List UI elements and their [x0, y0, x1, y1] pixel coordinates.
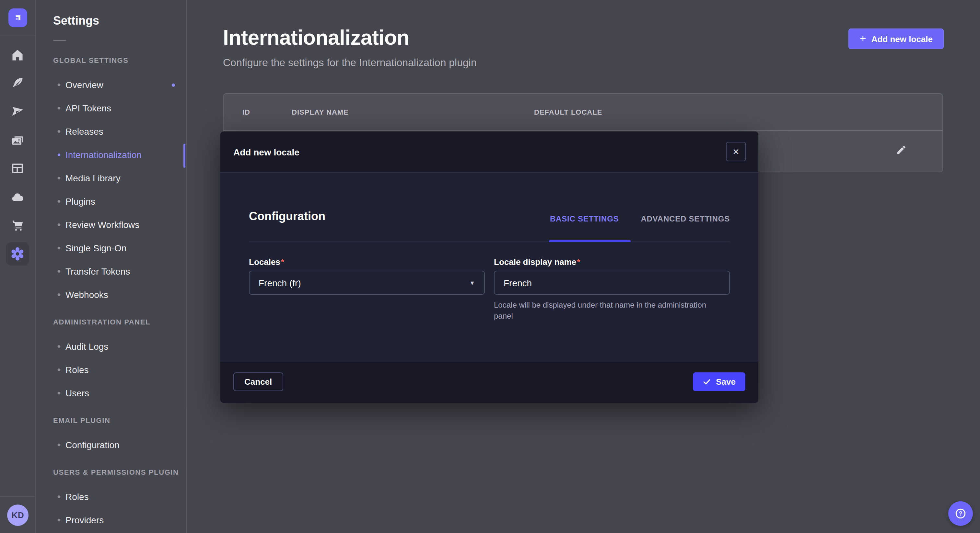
sidebar-item-label: Internationalization [65, 150, 142, 160]
nav-section-global-settings: GLOBAL SETTINGS [36, 55, 186, 65]
strapi-logo-icon[interactable] [8, 8, 27, 27]
add-new-locale-label: Add new locale [872, 34, 933, 44]
sidebar-item-label: Audit Logs [65, 341, 108, 352]
page-subtitle: Configure the settings for the Internati… [223, 57, 477, 69]
layout-icon[interactable] [6, 157, 29, 180]
column-header-id: ID [242, 108, 250, 116]
required-asterisk: * [281, 257, 284, 267]
locales-select-value: French (fr) [259, 278, 301, 288]
sidebar-item-releases[interactable]: Releases [36, 120, 186, 143]
sidebar-item-api-tokens[interactable]: API Tokens [36, 97, 186, 120]
sidebar-item-up-providers[interactable]: Providers [36, 508, 186, 532]
sidebar-item-review-workflows[interactable]: Review Workflows [36, 213, 186, 236]
bullet-icon [58, 345, 60, 348]
sidebar-item-transfer-tokens[interactable]: Transfer Tokens [36, 260, 186, 283]
save-button[interactable]: Save [692, 373, 745, 391]
rail-divider [0, 496, 36, 497]
chevron-down-icon: ▼ [469, 279, 475, 286]
bullet-icon [58, 519, 60, 521]
bullet-icon [58, 224, 60, 226]
sidebar-item-label: Providers [65, 515, 104, 525]
sidebar-item-overview[interactable]: Overview [36, 73, 186, 97]
subnav-title-rule [53, 40, 66, 41]
sidebar-item-label: Webhooks [65, 289, 108, 300]
bullet-icon [58, 270, 60, 273]
modal-footer: Cancel Save [220, 361, 758, 403]
sidebar-item-single-sign-on[interactable]: Single Sign-On [36, 236, 186, 260]
display-name-hint: Locale will be displayed under that name… [494, 300, 721, 322]
active-tab-underline [549, 240, 631, 242]
add-new-locale-button[interactable]: + Add new locale [849, 29, 944, 49]
subnav-scrollbar-thumb[interactable] [183, 144, 185, 168]
marketplace-cart-icon[interactable] [6, 214, 29, 237]
subnav-list: GLOBAL SETTINGS Overview API Tokens Rele… [36, 55, 186, 532]
nav-section-users-permissions-plugin: USERS & PERMISSIONS PLUGIN [36, 467, 186, 477]
sidebar-item-webhooks[interactable]: Webhooks [36, 283, 186, 306]
bullet-icon [58, 130, 60, 133]
column-header-default-locale: DEFAULT LOCALE [534, 108, 602, 116]
sidebar-item-label: Media Library [65, 173, 121, 183]
app-screen: KD Settings GLOBAL SETTINGS Overview API… [0, 0, 980, 533]
required-asterisk: * [577, 257, 580, 267]
bullet-icon [58, 107, 60, 109]
sidebar-item-admin-roles[interactable]: Roles [36, 358, 186, 381]
media-library-icon[interactable] [6, 129, 29, 152]
nav-section-administration-panel: ADMINISTRATION PANEL [36, 317, 186, 327]
bullet-icon [58, 154, 60, 156]
modal-header: Add new locale ✕ [220, 132, 758, 173]
tab-advanced-settings[interactable]: ADVANCED SETTINGS [641, 214, 730, 224]
pencil-icon [896, 144, 907, 155]
settings-gear-icon[interactable] [6, 242, 29, 265]
sidebar-item-label: Releases [65, 126, 103, 136]
bullet-icon [58, 84, 60, 86]
check-icon [702, 378, 711, 386]
bullet-icon [58, 392, 60, 394]
locales-label-text: Locales [249, 257, 280, 267]
settings-subnav: Settings GLOBAL SETTINGS Overview API To… [36, 0, 187, 533]
display-name-label-text: Locale display name [494, 257, 576, 267]
display-name-label: Locale display name* [494, 257, 730, 267]
user-avatar[interactable]: KD [7, 504, 29, 526]
bullet-icon [58, 495, 60, 498]
notification-dot [172, 83, 175, 86]
display-name-input[interactable] [494, 271, 730, 295]
modal-body: Configuration BASIC SETTINGS ADVANCED SE… [220, 173, 758, 361]
subnav-title: Settings [53, 14, 99, 28]
sidebar-item-label: Overview [65, 80, 103, 90]
sidebar-item-label: Review Workflows [65, 219, 139, 230]
bullet-icon [58, 200, 60, 203]
edit-locale-button[interactable] [893, 142, 909, 157]
locales-select[interactable]: French (fr) ▼ [249, 271, 485, 295]
sidebar-item-internationalization[interactable]: Internationalization [36, 143, 186, 167]
page-title: Internationalization [223, 26, 409, 50]
sidebar-item-label: Transfer Tokens [65, 266, 130, 276]
sidebar-item-email-configuration[interactable]: Configuration [36, 433, 186, 457]
icon-rail: KD [0, 0, 36, 533]
sidebar-item-up-roles[interactable]: Roles [36, 485, 186, 508]
locales-field: Locales* French (fr) ▼ [249, 257, 485, 295]
feather-content-icon[interactable] [6, 71, 29, 95]
add-locale-modal: Add new locale ✕ Configuration BASIC SET… [220, 132, 758, 403]
help-button[interactable]: ? [948, 501, 973, 526]
bullet-icon [58, 247, 60, 249]
sidebar-item-media-library[interactable]: Media Library [36, 167, 186, 190]
modal-title: Add new locale [233, 132, 299, 173]
sidebar-item-label: Single Sign-On [65, 243, 126, 253]
cloud-icon[interactable] [6, 186, 29, 209]
modal-section-row: Configuration BASIC SETTINGS ADVANCED SE… [249, 201, 730, 228]
cancel-button[interactable]: Cancel [233, 373, 283, 391]
sidebar-item-plugins[interactable]: Plugins [36, 190, 186, 213]
bullet-icon [58, 444, 60, 446]
tab-basic-settings[interactable]: BASIC SETTINGS [550, 214, 619, 224]
sidebar-item-audit-logs[interactable]: Audit Logs [36, 335, 186, 358]
paper-plane-icon[interactable] [6, 100, 29, 123]
sidebar-item-label: Users [65, 388, 89, 398]
sidebar-item-admin-users[interactable]: Users [36, 381, 186, 405]
locales-table-header: ID DISPLAY NAME DEFAULT LOCALE [224, 94, 942, 131]
sidebar-item-label: Roles [65, 365, 89, 375]
bullet-icon [58, 293, 60, 296]
home-icon[interactable] [6, 43, 29, 67]
rail-divider [0, 36, 36, 36]
close-icon[interactable]: ✕ [726, 142, 746, 161]
question-mark-icon: ? [954, 507, 967, 520]
